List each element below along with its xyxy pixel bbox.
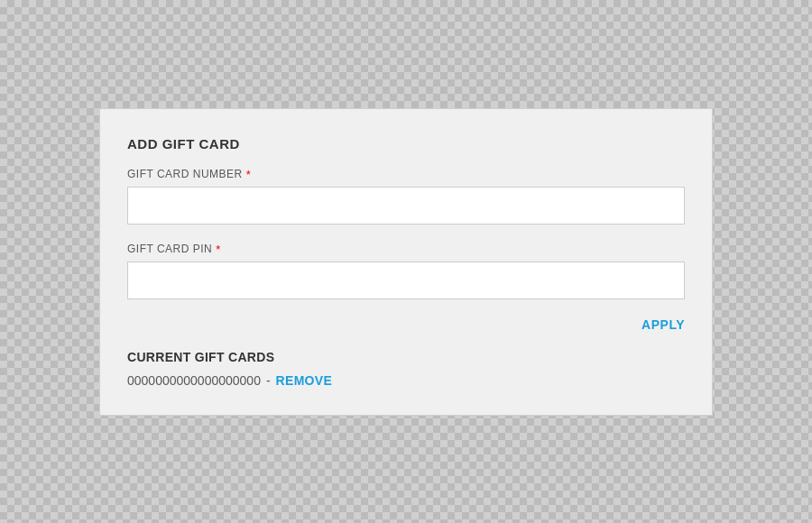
gift-card-number-label: GIFT CARD NUMBER * [127,168,685,181]
gift-card-pin-input[interactable] [127,262,685,299]
gift-card-number-input[interactable] [127,187,685,225]
add-gift-card-panel: ADD GIFT CARD GIFT CARD NUMBER * GIFT CA… [99,108,713,416]
gift-card-pin-label: GIFT CARD PIN * [127,243,685,256]
gift-card-separator: - [266,373,271,388]
gift-card-entry: 0000000000000000000 - REMOVE [127,373,685,388]
gift-card-number-value: 0000000000000000000 [127,373,261,388]
apply-button[interactable]: APPLY [641,317,685,332]
gift-card-number-required-indicator: * [246,168,252,181]
gift-card-pin-required-indicator: * [216,243,221,256]
current-gift-cards-title: CURRENT GIFT CARDS [127,350,685,364]
gift-card-number-field-group: GIFT CARD NUMBER * [127,168,685,225]
gift-card-pin-field-group: GIFT CARD PIN * [127,243,685,299]
remove-gift-card-link[interactable]: REMOVE [276,373,332,388]
apply-row: APPLY [127,317,685,332]
add-gift-card-title: ADD GIFT CARD [127,136,685,151]
